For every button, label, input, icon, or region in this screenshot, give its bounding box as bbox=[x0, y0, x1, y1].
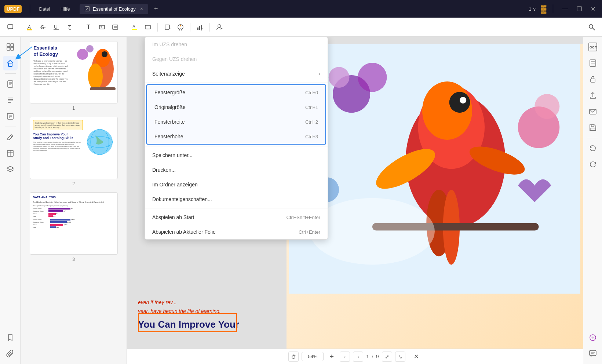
menu-page-view[interactable]: Seitenanzeige › bbox=[145, 66, 328, 81]
toolbar-sep4 bbox=[157, 23, 158, 32]
textbox-btn[interactable]: T bbox=[96, 21, 108, 33]
close-btn[interactable]: ✕ bbox=[588, 5, 598, 13]
thumb-frame-1[interactable]: Essentialsof Ecology Welcome to environm… bbox=[30, 41, 118, 103]
svg-text:U: U bbox=[54, 24, 58, 30]
user-btn[interactable] bbox=[214, 21, 225, 33]
rail-annotation-btn[interactable] bbox=[3, 109, 18, 124]
thumbnail-view-btn[interactable] bbox=[585, 56, 600, 70]
color-wheel-btn[interactable] bbox=[175, 21, 186, 33]
save-btn[interactable] bbox=[585, 120, 600, 135]
page-indicator[interactable]: 1 ∨ bbox=[529, 6, 536, 12]
chart-btn[interactable] bbox=[194, 21, 206, 33]
menu-fit-height[interactable]: Fensterhöhe Ctrl+3 bbox=[147, 129, 325, 144]
titlebar-right: 1 ∨ ▓ — ❐ ✕ bbox=[529, 4, 598, 13]
titlebar-divider bbox=[30, 4, 30, 13]
titlebar: UPDF Datei Hilfe Essential of Ecology × … bbox=[0, 0, 602, 18]
comment-btn[interactable] bbox=[4, 21, 16, 33]
bottom-close-btn[interactable]: ✕ bbox=[411, 352, 422, 362]
zoom-level[interactable]: 54% bbox=[302, 352, 324, 361]
svg-marker-53 bbox=[7, 166, 14, 170]
highlight-btn[interactable]: A bbox=[24, 21, 36, 33]
thumbnail-icon bbox=[6, 43, 14, 51]
rotate-icon bbox=[291, 354, 296, 359]
svg-point-56 bbox=[102, 51, 107, 57]
undo-btn[interactable] bbox=[585, 141, 600, 156]
right-rail-sep bbox=[587, 138, 598, 138]
italic-text1: even if they rev... bbox=[138, 298, 264, 307]
thumb-page-num-1: 1 bbox=[72, 106, 75, 111]
text-italic-btn[interactable]: T bbox=[63, 21, 75, 33]
rect-btn[interactable] bbox=[161, 21, 173, 33]
minimize-btn[interactable]: — bbox=[560, 5, 570, 13]
menu-hilfe[interactable]: Hilfe bbox=[57, 5, 74, 13]
eraser-btn[interactable] bbox=[142, 21, 154, 33]
main-area: Essentialsof Ecology Welcome to environm… bbox=[0, 37, 602, 364]
chat-btn[interactable] bbox=[585, 346, 600, 361]
mail-btn[interactable] bbox=[585, 104, 600, 119]
menu-original-size[interactable]: Originalgröße Ctrl+1 bbox=[147, 100, 325, 114]
menu-rotate-ccw[interactable]: Gegen UZS drehen bbox=[145, 52, 328, 66]
thumbnail-page-1[interactable]: Essentialsof Ecology Welcome to environm… bbox=[25, 41, 122, 111]
shortcut-play-current: Ctrl+Enter bbox=[299, 229, 320, 235]
nav-prev-btn[interactable]: ‹ bbox=[340, 352, 350, 362]
ai-icon bbox=[589, 334, 597, 342]
tab-close-btn[interactable]: × bbox=[140, 6, 143, 12]
ocr-btn[interactable]: OCR bbox=[585, 40, 600, 54]
color-wheel-icon bbox=[177, 24, 184, 30]
menu-fit-width[interactable]: Fensterbreite Ctrl+2 bbox=[147, 114, 325, 129]
page-separator: / bbox=[372, 354, 373, 359]
thumb-frame-2[interactable]: Students who begin early in their lives … bbox=[30, 117, 118, 179]
svg-point-83 bbox=[292, 356, 295, 358]
rail-table-btn[interactable] bbox=[3, 146, 18, 161]
color-theme-icon[interactable]: ▓ bbox=[541, 5, 546, 13]
ai-btn[interactable] bbox=[585, 330, 600, 345]
thumbnail-page-2[interactable]: Students who begin early in their lives … bbox=[25, 117, 122, 186]
svg-point-68 bbox=[449, 92, 470, 113]
search-btn[interactable] bbox=[586, 21, 598, 33]
menu-save-as[interactable]: Speichern unter... bbox=[145, 148, 328, 163]
page-view-icon bbox=[589, 59, 597, 67]
text-btn[interactable]: T bbox=[83, 21, 95, 33]
restore-btn[interactable]: ❐ bbox=[574, 5, 584, 13]
menu-show-in-folder[interactable]: Im Ordner anzeigen bbox=[145, 177, 328, 192]
menu-print[interactable]: Drucken... bbox=[145, 163, 328, 177]
tab-add-btn[interactable]: + bbox=[154, 5, 158, 13]
menu-fit-window[interactable]: Fenstergröße Ctrl+0 bbox=[147, 85, 325, 100]
rail-bookmark-btn[interactable] bbox=[3, 330, 18, 345]
rail-edit-btn[interactable] bbox=[3, 130, 18, 145]
underline-btn[interactable]: U bbox=[50, 21, 62, 33]
rail-layers-btn[interactable] bbox=[3, 162, 18, 177]
text-color-btn[interactable]: A bbox=[129, 21, 141, 33]
pages-icon bbox=[6, 80, 14, 88]
zoom-in-btn[interactable]: + bbox=[326, 352, 337, 362]
svg-point-30 bbox=[589, 25, 593, 28]
collapse-btn[interactable]: ⤡ bbox=[395, 352, 405, 362]
menu-datei[interactable]: Datei bbox=[35, 5, 54, 13]
bottom-bar: 54% + ‹ › 1 / 9 ⤢ ⤡ ✕ bbox=[127, 349, 583, 364]
active-tab[interactable]: Essential of Ecology × bbox=[80, 4, 148, 14]
list-btn[interactable] bbox=[109, 21, 121, 33]
search-icon bbox=[588, 23, 595, 31]
svg-rect-19 bbox=[165, 25, 169, 29]
rail-home-btn[interactable] bbox=[3, 56, 18, 70]
thumbnail-page-3[interactable]: DATA ANALYSIS Total Ecological Footprint… bbox=[25, 192, 122, 262]
strikethrough-btn[interactable]: S bbox=[37, 21, 49, 33]
menu-doc-properties[interactable]: Dokumenteigenschaften... bbox=[145, 192, 328, 207]
upload-btn[interactable] bbox=[585, 88, 600, 103]
thumb2-text: What could be more important than learni… bbox=[33, 141, 83, 152]
rotate-btn[interactable] bbox=[288, 352, 299, 362]
redo-btn[interactable] bbox=[585, 157, 600, 172]
thumb-frame-3[interactable]: DATA ANALYSIS Total Ecological Footprint… bbox=[30, 192, 118, 255]
selection-box bbox=[138, 313, 237, 332]
rail-pages-btn[interactable] bbox=[3, 77, 18, 91]
rail-toc-btn[interactable] bbox=[3, 93, 18, 108]
menu-play-from-start[interactable]: Abspielen ab Start Ctrl+Shift+Enter bbox=[145, 210, 328, 225]
menu-rotate-cw[interactable]: Im UZS drehen bbox=[145, 37, 328, 52]
svg-rect-13 bbox=[113, 25, 118, 29]
expand-btn[interactable]: ⤢ bbox=[382, 352, 392, 362]
rail-attach-btn[interactable] bbox=[3, 346, 18, 361]
thumb3-title: DATA ANALYSIS bbox=[33, 196, 114, 199]
menu-play-from-current[interactable]: Abspielen ab Aktueller Folie Ctrl+Enter bbox=[145, 225, 328, 239]
nav-next-btn[interactable]: › bbox=[353, 352, 363, 362]
lock-btn[interactable] bbox=[585, 72, 600, 87]
